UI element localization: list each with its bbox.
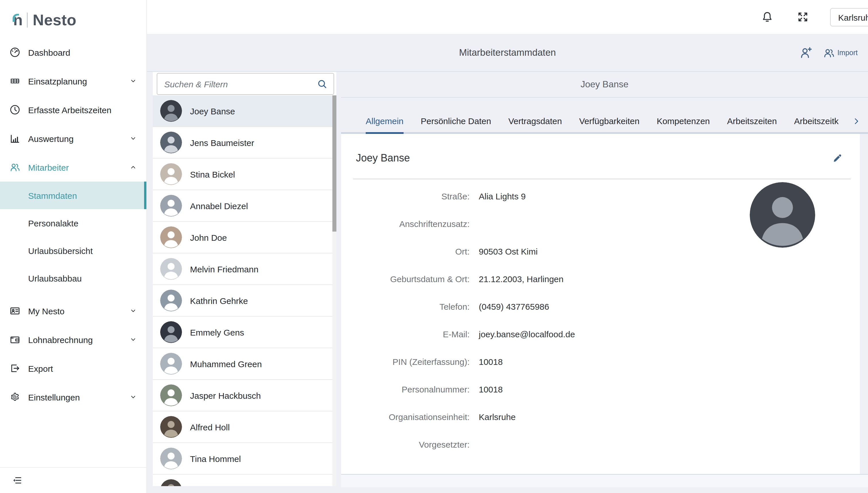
sidebar-item-einstellungen[interactable]: Einstellungen (0, 383, 146, 411)
location-select[interactable]: Karlsruhe (830, 8, 868, 26)
people-icon (9, 162, 21, 173)
bar-chart-icon (9, 133, 21, 144)
field-value: Alia Lights 9 (479, 191, 526, 201)
employee-name: Alfred Holl (190, 422, 230, 432)
sidebar-subitem-urlaubsuebersicht[interactable]: Urlaubsübersicht (0, 237, 146, 264)
brand-logo[interactable]: n Nesto (0, 0, 146, 35)
sidebar-subitem-personalakte[interactable]: Personalakte (0, 209, 146, 237)
tab-allgemein[interactable]: Allgemein (366, 116, 404, 134)
employee-name: Muhammed Green (190, 359, 262, 369)
sidebar-item-label: My Nesto (28, 306, 122, 316)
detail-field-row: Personalnummer:10018 (341, 375, 860, 403)
location-select-value: Karlsruhe (838, 12, 868, 22)
employee-avatar (160, 163, 182, 185)
field-value: 90503 Ost Kimi (479, 246, 538, 256)
employee-list-item[interactable]: Tina Hommel (153, 443, 336, 475)
sidebar-subitem-stammdaten[interactable]: Stammdaten (0, 181, 146, 209)
employee-name: Joey Banse (190, 106, 235, 116)
tab-verfügbarkeiten[interactable]: Verfügbarkeiten (579, 116, 640, 134)
employee-avatar (160, 353, 182, 374)
sidebar-item-export[interactable]: Export (0, 354, 146, 383)
field-value: 10018 (479, 384, 503, 394)
employee-avatar (160, 384, 182, 406)
field-label: Anschriftenzusatz: (341, 219, 470, 229)
sidebar-subitem-urlaubsabbau[interactable]: Urlaubsabbau (0, 264, 146, 292)
sidebar-item-auswertung[interactable]: Auswertung (0, 124, 146, 153)
import-button[interactable]: Import (822, 46, 858, 59)
search-input[interactable] (157, 73, 334, 95)
list-scrollbar-thumb[interactable] (333, 95, 336, 232)
sidebar-item-lohnabrechnung[interactable]: Lohnabrechnung (0, 325, 146, 354)
export-icon (9, 363, 21, 374)
chevron-down-icon (130, 336, 137, 343)
add-employee-button[interactable] (799, 45, 813, 60)
employee-list-panel: Joey BanseJens BaumeisterStina BickelAnn… (153, 72, 336, 486)
field-label: Personalnummer: (341, 384, 470, 394)
tabs-overflow-chevron-icon[interactable] (852, 116, 861, 126)
chevron-up-icon (130, 164, 137, 171)
tab-kompetenzen[interactable]: Kompetenzen (657, 116, 710, 134)
bell-icon[interactable] (761, 10, 774, 24)
tab-persönliche-daten[interactable]: Persönliche Daten (421, 116, 491, 134)
sidebar: n Nesto DashboardEinsatzplanungErfasste … (0, 0, 147, 493)
clock-icon (9, 104, 21, 115)
detail-field-row: Vorgesetzter: (341, 430, 860, 458)
sidebar-item-dashboard[interactable]: Dashboard (0, 38, 146, 67)
employee-list-item[interactable]: Joey Banse (153, 95, 336, 127)
employee-name: Jens Baumeister (190, 137, 254, 147)
employee-list-item[interactable]: Jens Baumeister (153, 127, 336, 158)
fullscreen-icon[interactable] (796, 10, 809, 24)
sidebar-item-label: Einsatzplanung (28, 76, 122, 86)
sidebar-item-mitarbeiter[interactable]: Mitarbeiter (0, 153, 146, 181)
employee-name: Kathrin Gehrke (190, 296, 248, 305)
sidebar-item-label: Lohnabrechnung (28, 335, 122, 344)
employee-avatar (160, 448, 182, 469)
collapse-sidebar-icon[interactable] (12, 475, 22, 486)
sidebar-item-my-nesto[interactable]: My Nesto (0, 297, 146, 325)
employee-list-item[interactable]: Jasper Hackbusch (153, 380, 336, 411)
chevron-down-icon (130, 135, 137, 142)
sidebar-subitem-label: Urlaubsabbau (28, 273, 82, 283)
employee-list-item[interactable]: Melvin Friedmann (153, 253, 336, 285)
employee-list-item[interactable]: Annabel Diezel (153, 190, 336, 222)
field-label: Telefon: (341, 301, 470, 311)
sidebar-item-label: Auswertung (28, 134, 122, 143)
field-label: Organisationseinheit: (341, 412, 470, 422)
employee-list-item[interactable]: Muhammed Green (153, 348, 336, 380)
card-divider (353, 179, 851, 179)
field-value: 21.12.2003, Harlingen (479, 274, 564, 283)
sidebar-item-label: Mitarbeiter (28, 162, 122, 172)
employee-name: Tina Hommel (190, 454, 241, 464)
sidebar-subitem-label: Stammdaten (28, 191, 77, 200)
sidebar-item-label: Dashboard (28, 47, 137, 57)
detail-field-row: Organisationseinheit:Karlsruhe (341, 403, 860, 430)
page-title: Mitarbeiterstammdaten (147, 34, 868, 71)
employee-list-item[interactable]: Kathrin Gehrke (153, 285, 336, 317)
employee-list-item[interactable]: Alfred Holl (153, 411, 336, 443)
employee-name: Annabel Diezel (190, 201, 248, 211)
employee-list-item[interactable]: Stina Bickel (153, 158, 336, 190)
tab-vertragsdaten[interactable]: Vertragsdaten (508, 116, 562, 134)
tab-arbeitszeitk[interactable]: Arbeitszeitk (794, 116, 839, 134)
employee-list-item[interactable]: John Doe (153, 222, 336, 253)
edit-button[interactable] (831, 152, 844, 164)
sidebar-item-erfasste-arbeitszeiten[interactable]: Erfasste Arbeitszeiten (0, 95, 146, 124)
employee-list-item[interactable] (153, 475, 336, 486)
tab-arbeitszeiten[interactable]: Arbeitszeiten (727, 116, 777, 134)
employee-avatar (160, 290, 182, 312)
employee-list-item[interactable]: Emmely Gens (153, 317, 336, 348)
employee-avatar (160, 227, 182, 248)
sidebar-item-label: Erfasste Arbeitszeiten (28, 105, 137, 115)
wallet-icon (9, 334, 21, 345)
search-icon[interactable] (317, 79, 328, 90)
employee-avatar (160, 132, 182, 153)
detail-field-row: E-Mail:joey.banse@localfood.de (341, 320, 860, 348)
detail-field-row: Telefon:(0459) 437765986 (341, 293, 860, 320)
sidebar-item-einsatzplanung[interactable]: Einsatzplanung (0, 67, 146, 95)
search-field (157, 73, 334, 95)
employee-avatar (160, 258, 182, 280)
chevron-down-icon (130, 78, 137, 84)
app-window: n Nesto DashboardEinsatzplanungErfasste … (0, 0, 868, 493)
field-label: Geburtsdatum & Ort: (341, 274, 470, 283)
field-label: Vorgesetzter: (341, 439, 470, 449)
